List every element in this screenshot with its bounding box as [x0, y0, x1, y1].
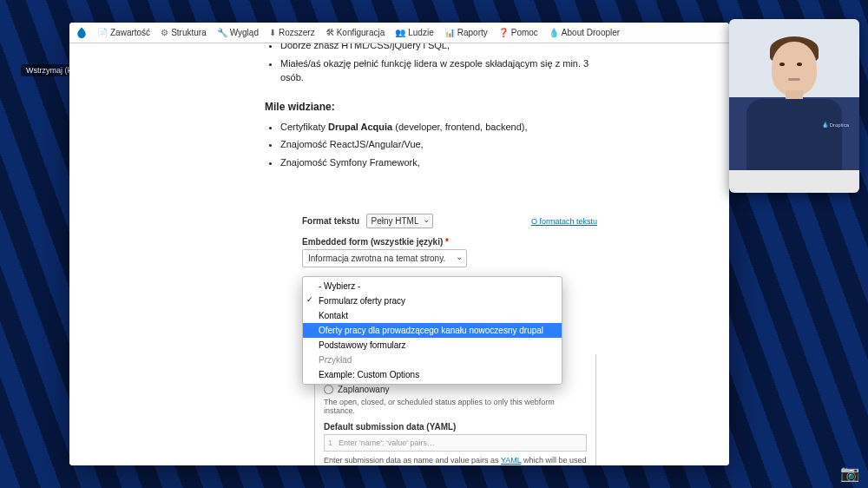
toolbar-item-content[interactable]: 📄Zawartość	[92, 23, 155, 43]
toolbar-label: Zawartość	[110, 28, 150, 37]
yaml-input[interactable]: 1 Enter 'name': 'value' pairs…	[324, 434, 587, 452]
toolbar-label: Ludzie	[408, 28, 433, 37]
chart-icon: 📊	[444, 28, 455, 37]
desk	[729, 170, 859, 193]
file-icon: 📄	[97, 28, 108, 37]
puzzle-icon: ⬇	[269, 28, 276, 37]
toolbar-item-structure[interactable]: ⚙Struktura	[155, 23, 212, 43]
list-item: Znajomość ReactJS/Angular/Vue,	[280, 137, 595, 152]
line-number: 1	[328, 439, 339, 447]
toolbar-label: Struktura	[171, 28, 207, 37]
camera-icon: 📷	[840, 464, 858, 479]
dropdown-option[interactable]: Kontakt	[303, 308, 562, 323]
about-formats-link[interactable]: O formatach tekstu	[531, 217, 597, 226]
yaml-hint: Enter submission data as name and value …	[324, 455, 587, 465]
form-controls: Format tekstu Pełny HTML O formatach tek…	[302, 214, 597, 267]
embedded-form-label: Embedded form (wszystkie języki) *	[302, 237, 597, 247]
dropdown-option[interactable]: Podstawowy formularz	[303, 338, 562, 353]
toolbar-item-people[interactable]: 👥Ludzie	[390, 23, 438, 43]
toolbar-label: Raporty	[457, 28, 488, 37]
radio-label: Zaplanowany	[338, 385, 389, 394]
person-eye	[779, 63, 785, 66]
admin-toolbar: 📄Zawartość ⚙Struktura 🔧Wygląd ⬇Rozszerz …	[69, 23, 729, 43]
dropdown-option[interactable]: Example: Custom Options	[303, 367, 562, 382]
dropdown-option-placeholder[interactable]: - Wybierz -	[303, 279, 562, 293]
status-option-scheduled[interactable]: Zaplanowany	[324, 385, 587, 394]
person-mouth	[788, 78, 800, 81]
text-format-select[interactable]: Pełny HTML	[366, 214, 433, 228]
toolbar-item-appearance[interactable]: 🔧Wygląd	[212, 23, 264, 43]
status-hint: The open, closed, or scheduled status ap…	[324, 398, 587, 415]
users-icon: 👥	[395, 28, 405, 37]
shirt-logo: 💧 Droptica	[822, 122, 849, 128]
toolbar-item-about[interactable]: 💧About Droopler	[543, 23, 625, 43]
yaml-placeholder: Enter 'name': 'value' pairs…	[339, 439, 435, 447]
editor-content[interactable]: Dobrze znasz HTML/CSS/jQuery i SQL, Miał…	[265, 43, 595, 173]
dropdown-option[interactable]: Przykład	[303, 353, 562, 367]
toolbar-item-help[interactable]: ❓Pomoc	[493, 23, 543, 43]
help-icon: ❓	[498, 28, 509, 37]
dropdown-option-highlighted[interactable]: Oferty pracy dla prowadzącego kanału now…	[303, 323, 562, 338]
drupal-logo-icon[interactable]	[73, 24, 90, 42]
dropdown-option[interactable]: Formularz oferty pracy	[303, 293, 562, 308]
embedded-form-select[interactable]: Informacja zwrotna na temat strony.	[302, 249, 467, 267]
toolbar-label: About Droopler	[562, 28, 620, 37]
wrench-icon: 🔧	[217, 28, 227, 37]
toolbar-label: Wygląd	[230, 28, 259, 37]
content-area: Dobrze znasz HTML/CSS/jQuery i SQL, Miał…	[69, 43, 729, 465]
droplet-icon: 💧	[549, 28, 559, 37]
yaml-link[interactable]: YAML	[501, 456, 522, 465]
toolbar-label: Konfiguracja	[337, 28, 385, 37]
toolbar-label: Pomoc	[511, 28, 538, 37]
yaml-label: Default submission data (YAML)	[324, 422, 587, 432]
embedded-form-dropdown: - Wybierz - Formularz oferty pracy Konta…	[302, 276, 562, 385]
sliders-icon: 🛠	[326, 28, 334, 37]
person-eye	[797, 63, 802, 66]
toolbar-item-reports[interactable]: 📊Raporty	[439, 23, 493, 43]
list-item: Dobrze znasz HTML/CSS/jQuery i SQL,	[280, 43, 595, 53]
webcam-overlay: 💧 Droptica	[729, 19, 859, 193]
toolbar-label: Rozszerz	[279, 28, 315, 37]
toolbar-item-extend[interactable]: ⬇Rozszerz	[264, 23, 320, 43]
sitemap-icon: ⚙	[161, 28, 168, 37]
text-format-label: Format tekstu	[302, 216, 359, 226]
list-item: Znajomość Symfony Framework,	[280, 155, 595, 170]
radio-icon	[324, 385, 333, 394]
list-item: Certyfikaty Drupal Acquia (developer, fr…	[280, 120, 595, 135]
section-heading: Mile widziane:	[265, 101, 595, 113]
person-head	[772, 42, 817, 96]
list-item: Miałeś/aś okazję pełnić funkcję lidera w…	[280, 56, 595, 85]
toolbar-item-config[interactable]: 🛠Konfiguracja	[320, 23, 391, 43]
browser-window: 📄Zawartość ⚙Struktura 🔧Wygląd ⬇Rozszerz …	[69, 23, 729, 465]
